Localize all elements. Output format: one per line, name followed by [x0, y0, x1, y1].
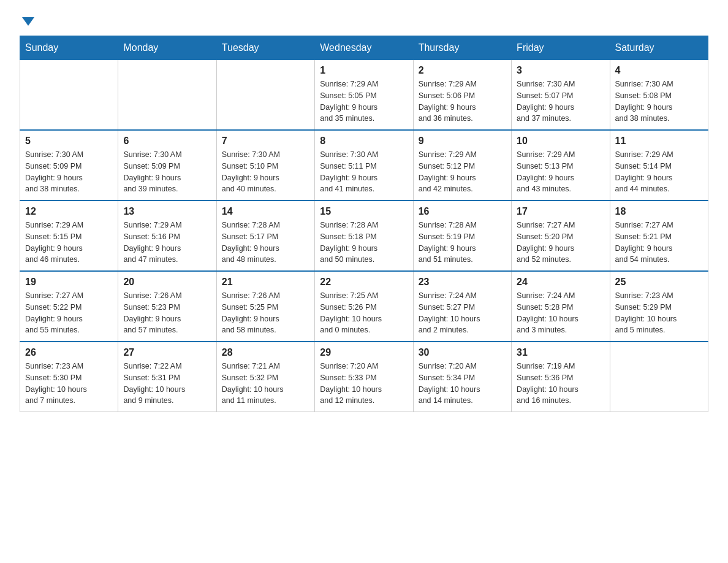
- day-number: 23: [419, 277, 506, 288]
- calendar-cell: 24Sunrise: 7:24 AM Sunset: 5:28 PM Dayli…: [512, 271, 610, 342]
- day-info: Sunrise: 7:28 AM Sunset: 5:17 PM Dayligh…: [222, 220, 309, 266]
- day-info: Sunrise: 7:29 AM Sunset: 5:16 PM Dayligh…: [123, 220, 211, 266]
- calendar-cell: 27Sunrise: 7:22 AM Sunset: 5:31 PM Dayli…: [118, 342, 216, 412]
- weekday-header-tuesday: Tuesday: [216, 36, 314, 60]
- calendar-cell: 29Sunrise: 7:20 AM Sunset: 5:33 PM Dayli…: [315, 342, 413, 412]
- day-info: Sunrise: 7:20 AM Sunset: 5:33 PM Dayligh…: [320, 361, 408, 407]
- calendar-cell: 21Sunrise: 7:26 AM Sunset: 5:25 PM Dayli…: [216, 271, 314, 342]
- day-number: 13: [123, 206, 211, 217]
- calendar-cell: 23Sunrise: 7:24 AM Sunset: 5:27 PM Dayli…: [413, 271, 511, 342]
- day-number: 2: [419, 65, 506, 76]
- day-info: Sunrise: 7:26 AM Sunset: 5:25 PM Dayligh…: [222, 290, 309, 336]
- calendar-cell: [20, 60, 118, 131]
- day-info: Sunrise: 7:30 AM Sunset: 5:09 PM Dayligh…: [25, 149, 113, 195]
- logo: [20, 15, 34, 26]
- day-number: 10: [517, 136, 604, 147]
- calendar-cell: 13Sunrise: 7:29 AM Sunset: 5:16 PM Dayli…: [118, 201, 216, 271]
- day-number: 28: [222, 347, 309, 358]
- day-number: 16: [419, 206, 506, 217]
- day-number: 1: [320, 65, 408, 76]
- calendar-cell: 20Sunrise: 7:26 AM Sunset: 5:23 PM Dayli…: [118, 271, 216, 342]
- calendar-cell: 26Sunrise: 7:23 AM Sunset: 5:30 PM Dayli…: [20, 342, 118, 412]
- calendar-cell: 28Sunrise: 7:21 AM Sunset: 5:32 PM Dayli…: [216, 342, 314, 412]
- day-info: Sunrise: 7:19 AM Sunset: 5:36 PM Dayligh…: [517, 361, 604, 407]
- day-info: Sunrise: 7:24 AM Sunset: 5:28 PM Dayligh…: [517, 290, 604, 336]
- day-number: 29: [320, 347, 408, 358]
- day-number: 5: [25, 136, 113, 147]
- calendar-week-row: 26Sunrise: 7:23 AM Sunset: 5:30 PM Dayli…: [20, 342, 708, 412]
- calendar-cell: 6Sunrise: 7:30 AM Sunset: 5:09 PM Daylig…: [118, 130, 216, 201]
- day-info: Sunrise: 7:27 AM Sunset: 5:21 PM Dayligh…: [615, 220, 703, 266]
- day-info: Sunrise: 7:26 AM Sunset: 5:23 PM Dayligh…: [123, 290, 211, 336]
- day-number: 20: [123, 277, 211, 288]
- calendar-cell: 11Sunrise: 7:29 AM Sunset: 5:14 PM Dayli…: [610, 130, 708, 201]
- calendar-cell: 30Sunrise: 7:20 AM Sunset: 5:34 PM Dayli…: [413, 342, 511, 412]
- weekday-header-saturday: Saturday: [610, 36, 708, 60]
- day-number: 25: [615, 277, 703, 288]
- calendar-cell: 31Sunrise: 7:19 AM Sunset: 5:36 PM Dayli…: [512, 342, 610, 412]
- day-number: 4: [615, 65, 703, 76]
- day-number: 7: [222, 136, 309, 147]
- calendar-cell: 4Sunrise: 7:30 AM Sunset: 5:08 PM Daylig…: [610, 60, 708, 131]
- weekday-header-thursday: Thursday: [413, 36, 511, 60]
- day-number: 21: [222, 277, 309, 288]
- logo-arrow-icon: [22, 17, 34, 26]
- day-number: 12: [25, 206, 113, 217]
- calendar-cell: 9Sunrise: 7:29 AM Sunset: 5:12 PM Daylig…: [413, 130, 511, 201]
- calendar-cell: 3Sunrise: 7:30 AM Sunset: 5:07 PM Daylig…: [512, 60, 610, 131]
- day-number: 6: [123, 136, 211, 147]
- day-info: Sunrise: 7:29 AM Sunset: 5:15 PM Dayligh…: [25, 220, 113, 266]
- day-info: Sunrise: 7:28 AM Sunset: 5:19 PM Dayligh…: [419, 220, 506, 266]
- day-number: 24: [517, 277, 604, 288]
- page-header: [20, 15, 708, 26]
- day-number: 15: [320, 206, 408, 217]
- day-number: 14: [222, 206, 309, 217]
- weekday-header-row: SundayMondayTuesdayWednesdayThursdayFrid…: [20, 36, 708, 60]
- day-info: Sunrise: 7:29 AM Sunset: 5:05 PM Dayligh…: [320, 79, 408, 124]
- day-info: Sunrise: 7:20 AM Sunset: 5:34 PM Dayligh…: [419, 361, 506, 407]
- calendar-table: SundayMondayTuesdayWednesdayThursdayFrid…: [20, 36, 708, 412]
- calendar-cell: 16Sunrise: 7:28 AM Sunset: 5:19 PM Dayli…: [413, 201, 511, 271]
- day-info: Sunrise: 7:29 AM Sunset: 5:13 PM Dayligh…: [517, 149, 604, 195]
- day-number: 26: [25, 347, 113, 358]
- calendar-cell: 22Sunrise: 7:25 AM Sunset: 5:26 PM Dayli…: [315, 271, 413, 342]
- day-info: Sunrise: 7:30 AM Sunset: 5:11 PM Dayligh…: [320, 149, 408, 195]
- day-info: Sunrise: 7:23 AM Sunset: 5:29 PM Dayligh…: [615, 290, 703, 336]
- day-number: 11: [615, 136, 703, 147]
- day-info: Sunrise: 7:22 AM Sunset: 5:31 PM Dayligh…: [123, 361, 211, 407]
- day-info: Sunrise: 7:27 AM Sunset: 5:22 PM Dayligh…: [25, 290, 113, 336]
- day-info: Sunrise: 7:24 AM Sunset: 5:27 PM Dayligh…: [419, 290, 506, 336]
- weekday-header-friday: Friday: [512, 36, 610, 60]
- calendar-week-row: 12Sunrise: 7:29 AM Sunset: 5:15 PM Dayli…: [20, 201, 708, 271]
- day-info: Sunrise: 7:30 AM Sunset: 5:09 PM Dayligh…: [123, 149, 211, 195]
- day-info: Sunrise: 7:25 AM Sunset: 5:26 PM Dayligh…: [320, 290, 408, 336]
- day-info: Sunrise: 7:30 AM Sunset: 5:08 PM Dayligh…: [615, 79, 703, 124]
- calendar-cell: 12Sunrise: 7:29 AM Sunset: 5:15 PM Dayli…: [20, 201, 118, 271]
- calendar-cell: 10Sunrise: 7:29 AM Sunset: 5:13 PM Dayli…: [512, 130, 610, 201]
- calendar-cell: 14Sunrise: 7:28 AM Sunset: 5:17 PM Dayli…: [216, 201, 314, 271]
- calendar-cell: 18Sunrise: 7:27 AM Sunset: 5:21 PM Dayli…: [610, 201, 708, 271]
- day-number: 3: [517, 65, 604, 76]
- calendar-cell: [216, 60, 314, 131]
- day-info: Sunrise: 7:21 AM Sunset: 5:32 PM Dayligh…: [222, 361, 309, 407]
- calendar-week-row: 1Sunrise: 7:29 AM Sunset: 5:05 PM Daylig…: [20, 60, 708, 131]
- calendar-week-row: 19Sunrise: 7:27 AM Sunset: 5:22 PM Dayli…: [20, 271, 708, 342]
- calendar-cell: 25Sunrise: 7:23 AM Sunset: 5:29 PM Dayli…: [610, 271, 708, 342]
- day-info: Sunrise: 7:29 AM Sunset: 5:06 PM Dayligh…: [419, 79, 506, 124]
- weekday-header-wednesday: Wednesday: [315, 36, 413, 60]
- calendar-week-row: 5Sunrise: 7:30 AM Sunset: 5:09 PM Daylig…: [20, 130, 708, 201]
- calendar-cell: 17Sunrise: 7:27 AM Sunset: 5:20 PM Dayli…: [512, 201, 610, 271]
- weekday-header-monday: Monday: [118, 36, 216, 60]
- weekday-header-sunday: Sunday: [20, 36, 118, 60]
- calendar-cell: [118, 60, 216, 131]
- day-info: Sunrise: 7:30 AM Sunset: 5:10 PM Dayligh…: [222, 149, 309, 195]
- calendar-cell: 19Sunrise: 7:27 AM Sunset: 5:22 PM Dayli…: [20, 271, 118, 342]
- day-info: Sunrise: 7:23 AM Sunset: 5:30 PM Dayligh…: [25, 361, 113, 407]
- day-number: 9: [419, 136, 506, 147]
- day-number: 31: [517, 347, 604, 358]
- calendar-cell: [610, 342, 708, 412]
- day-number: 18: [615, 206, 703, 217]
- day-number: 22: [320, 277, 408, 288]
- calendar-cell: 5Sunrise: 7:30 AM Sunset: 5:09 PM Daylig…: [20, 130, 118, 201]
- day-number: 27: [123, 347, 211, 358]
